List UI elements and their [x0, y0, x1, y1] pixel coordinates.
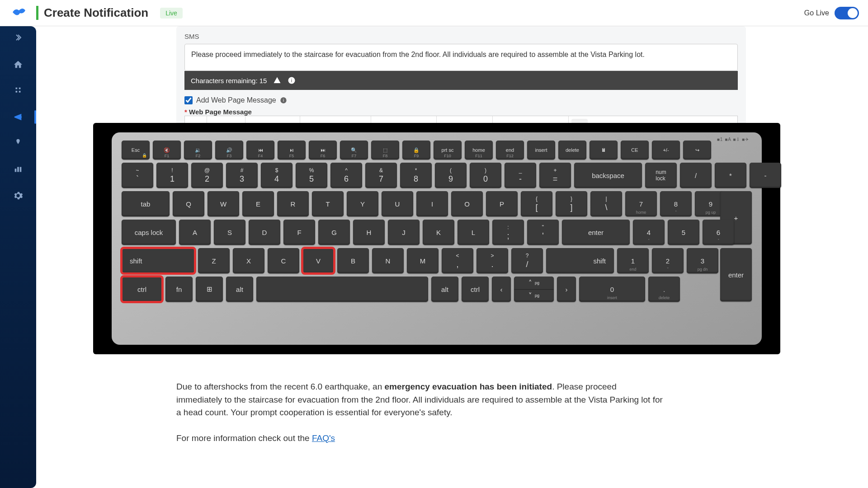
sidebar-home[interactable]	[5, 53, 32, 76]
key-f2[interactable]: 🔉F2	[184, 141, 212, 160]
key-4[interactable]: $4	[261, 163, 292, 188]
key-i[interactable]: I	[416, 191, 448, 216]
key-f3[interactable]: 🔊F3	[215, 141, 243, 160]
key-v[interactable]: V	[302, 248, 334, 273]
key-insert[interactable]: insert	[527, 141, 555, 160]
key-w[interactable]: W	[208, 191, 239, 216]
key-num1[interactable]: 1end	[617, 248, 649, 273]
key-numenter[interactable]: enter	[720, 248, 752, 301]
key-c[interactable]: C	[268, 248, 299, 273]
key-3[interactable]: #3	[226, 163, 258, 188]
key-quote[interactable]: "'	[527, 220, 559, 245]
key-num2[interactable]: 2˅	[652, 248, 684, 273]
key-rbracket[interactable]: }]	[556, 191, 587, 216]
key-t[interactable]: T	[312, 191, 344, 216]
key-f1[interactable]: 🔇F1	[153, 141, 181, 160]
key-end[interactable]: endF12	[496, 141, 524, 160]
key-u[interactable]: U	[382, 191, 413, 216]
key-num7[interactable]: 7home	[625, 191, 657, 216]
key-y[interactable]: Y	[347, 191, 378, 216]
key-numdiv[interactable]: /	[680, 163, 712, 188]
key-b[interactable]: B	[337, 248, 369, 273]
key-fn[interactable]: fn	[165, 277, 193, 302]
key-f5[interactable]: ⏯F5	[278, 141, 306, 160]
key-capslock[interactable]: caps lock	[122, 220, 176, 245]
key-f[interactable]: F	[283, 220, 315, 245]
key-e[interactable]: E	[242, 191, 274, 216]
key-f7[interactable]: 🔍F7	[340, 141, 368, 160]
key-num5[interactable]: 5	[668, 220, 699, 245]
key-num0[interactable]: 0insert	[579, 277, 645, 302]
key-tab[interactable]: tab	[122, 191, 170, 216]
key-k[interactable]: K	[423, 220, 454, 245]
key-s[interactable]: S	[214, 220, 245, 245]
key-r[interactable]: R	[277, 191, 309, 216]
key-h[interactable]: H	[353, 220, 385, 245]
key-ce[interactable]: CE	[621, 141, 649, 160]
key-7[interactable]: &7	[365, 163, 397, 188]
key-f4[interactable]: ⏮F4	[246, 141, 274, 160]
key-lbracket[interactable]: {[	[521, 191, 552, 216]
key-num4[interactable]: 4˂	[633, 220, 665, 245]
key-backslash[interactable]: |\	[590, 191, 622, 216]
key-tilde[interactable]: ~`	[122, 163, 153, 188]
key-plusminus[interactable]: +/-	[652, 141, 680, 160]
key-q[interactable]: Q	[173, 191, 204, 216]
key-minus[interactable]: _-	[505, 163, 536, 188]
key-comma[interactable]: <,	[442, 248, 473, 273]
key-2[interactable]: @2	[191, 163, 223, 188]
key-z[interactable]: Z	[198, 248, 230, 273]
key-alt-left[interactable]: alt	[226, 277, 253, 302]
key-n[interactable]: N	[372, 248, 404, 273]
key-home[interactable]: homeF11	[465, 141, 493, 160]
key-alt-right[interactable]: alt	[431, 277, 458, 302]
key-period[interactable]: >.	[476, 248, 508, 273]
sidebar-reports[interactable]	[5, 158, 32, 181]
go-live-toggle[interactable]	[835, 7, 859, 19]
key-space[interactable]	[256, 277, 428, 302]
add-webpage-checkbox[interactable]	[184, 96, 193, 104]
key-numlock[interactable]: numlock	[645, 163, 677, 188]
key-slash[interactable]: ?/	[511, 248, 543, 273]
key-6[interactable]: ^6	[330, 163, 362, 188]
key-nummul[interactable]: *	[715, 163, 746, 188]
key-d[interactable]: D	[249, 220, 280, 245]
faq-link[interactable]: FAQ's	[312, 433, 335, 443]
sidebar-notifications[interactable]	[5, 106, 32, 128]
info-icon[interactable]: i	[280, 97, 287, 104]
key-shift-left[interactable]: shift	[122, 248, 195, 273]
key-0[interactable]: )0	[470, 163, 501, 188]
key-8[interactable]: *8	[400, 163, 432, 188]
key-enter[interactable]: enter	[562, 220, 630, 245]
key-arrow-updown[interactable]: ˄ pg ˅ pg	[514, 277, 554, 302]
key-num8[interactable]: 8˄	[660, 191, 692, 216]
sidebar-universe[interactable]	[5, 80, 32, 102]
key-j[interactable]: J	[388, 220, 420, 245]
key-g[interactable]: G	[318, 220, 350, 245]
key-num6[interactable]: 6˃	[703, 220, 734, 245]
key-arrow-right[interactable]: ›	[557, 277, 576, 302]
key-shift-right[interactable]: shift	[546, 248, 614, 273]
sidebar-settings[interactable]	[5, 184, 32, 207]
sms-textarea[interactable]: Please proceed immediately to the stairc…	[184, 44, 738, 71]
key-5[interactable]: %5	[296, 163, 327, 188]
key-logout[interactable]: ↪	[683, 141, 711, 160]
key-backspace[interactable]: backspace	[574, 163, 642, 188]
key-p[interactable]: P	[486, 191, 518, 216]
key-equals[interactable]: +=	[539, 163, 571, 188]
key-arrow-left[interactable]: ‹	[492, 277, 511, 302]
key-numdot[interactable]: .delete	[648, 277, 680, 302]
key-m[interactable]: M	[407, 248, 439, 273]
key-f9[interactable]: 🔒F9	[402, 141, 430, 160]
key-l[interactable]: L	[458, 220, 489, 245]
key-1[interactable]: !1	[156, 163, 188, 188]
key-win[interactable]: ⊞	[196, 277, 223, 302]
editor-body-text[interactable]: Due to aftershocks from the recent 6.0 e…	[176, 380, 665, 445]
key-a[interactable]: A	[179, 220, 211, 245]
key-o[interactable]: O	[451, 191, 483, 216]
key-num3[interactable]: 3pg dn	[687, 248, 718, 273]
key-delete[interactable]: delete	[558, 141, 586, 160]
key-semicolon[interactable]: :;	[492, 220, 524, 245]
key-f6[interactable]: ⏭F6	[309, 141, 337, 160]
key-9[interactable]: (9	[435, 163, 467, 188]
